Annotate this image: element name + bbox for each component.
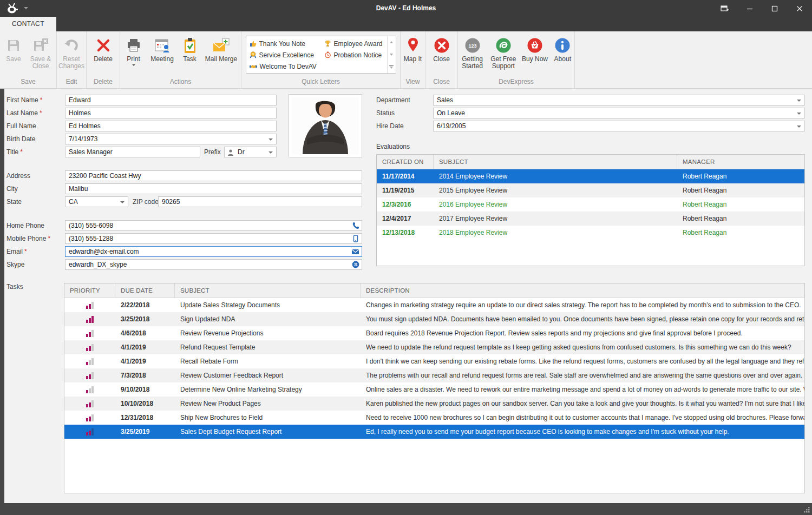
department-combo[interactable]: Sales: [433, 95, 805, 105]
task-row[interactable]: 10/10/2018Review New Product PagesKaren …: [64, 397, 804, 411]
quick-letter-welcome-to-devav[interactable]: Welcome To DevAV: [250, 61, 324, 72]
dropdown-arrow-icon[interactable]: [797, 100, 801, 102]
left-accent-strip: [0, 89, 4, 503]
home-phone-input[interactable]: [65, 220, 362, 231]
minimize-button[interactable]: [737, 0, 762, 17]
dropdown-arrow-icon[interactable]: [269, 138, 273, 141]
ribbon-group-close: Close Close: [425, 31, 458, 88]
gallery-dropdown-icon: [390, 67, 393, 69]
column-header-description[interactable]: DESCRIPTION: [361, 283, 804, 298]
hire-date-combo[interactable]: 6/19/2005: [433, 121, 805, 131]
status-combo[interactable]: On Leave: [433, 108, 805, 118]
gallery-scroll-down-button[interactable]: [388, 49, 396, 61]
tasks-title: Tasks: [6, 283, 23, 290]
print-icon: [126, 36, 142, 55]
address-input[interactable]: [65, 170, 362, 181]
app-logo-icon[interactable]: [5, 2, 19, 15]
gallery-scroll-up-button[interactable]: [388, 36, 396, 49]
get-free-support-button[interactable]: Get Free Support: [488, 35, 519, 70]
task-row[interactable]: 4/1/2019Recall Rebate FormI don't think …: [64, 354, 804, 368]
delete-button[interactable]: Delete: [88, 35, 119, 63]
close-window-button[interactable]: [787, 0, 812, 17]
birth-date-combo[interactable]: 7/14/1973: [65, 134, 277, 144]
email-icon[interactable]: [351, 248, 359, 255]
task-row[interactable]: 4/6/2018Review Revenue ProjectionsBoard …: [64, 326, 804, 340]
phone-icon[interactable]: [352, 222, 359, 229]
evaluation-row[interactable]: 12/4/20172017 Employee ReviewRobert Reag…: [377, 212, 804, 226]
dropdown-arrow-icon[interactable]: [269, 151, 273, 154]
getting-started-button[interactable]: 123 Getting Started: [458, 35, 487, 70]
city-label: City: [6, 183, 18, 194]
first-name-input[interactable]: [65, 95, 277, 105]
quick-letter-service-excellence[interactable]: Service Excellence: [250, 49, 324, 61]
resize-grip[interactable]: [803, 506, 810, 513]
ribbon-group-edit: Reset Changes Edit: [57, 31, 87, 88]
meeting-button[interactable]: Meeting: [147, 35, 178, 63]
title-input[interactable]: [65, 147, 200, 157]
city-input[interactable]: [65, 183, 362, 194]
maximize-button[interactable]: [762, 0, 787, 17]
gallery-dropdown-button[interactable]: [388, 61, 396, 73]
column-header-manager[interactable]: MANAGER: [677, 155, 804, 169]
quick-letter-probation-notice[interactable]: Probation Notice: [324, 49, 387, 61]
column-header-subject[interactable]: SUBJECT: [175, 283, 361, 298]
task-button[interactable]: Task: [179, 35, 201, 63]
prefix-combo[interactable]: Dr: [224, 147, 277, 157]
about-button[interactable]: About: [551, 35, 574, 63]
last-name-input[interactable]: [65, 108, 277, 118]
close-record-button[interactable]: Close: [428, 35, 455, 63]
evaluation-row[interactable]: 11/17/20142014 Employee ReviewRobert Rea…: [377, 169, 804, 183]
skype-icon[interactable]: S: [352, 261, 359, 268]
title-label: Title*: [6, 147, 23, 157]
email-field: [65, 246, 362, 257]
save-close-icon: [32, 36, 49, 55]
task-row[interactable]: 7/3/2018Review Customer Feedback ReportT…: [64, 368, 804, 382]
state-combo[interactable]: CA: [65, 196, 128, 207]
save-close-button[interactable]: Save & Close: [27, 35, 55, 70]
column-header-created-on[interactable]: CREATED ON: [377, 155, 434, 169]
print-button[interactable]: Print: [121, 35, 146, 66]
quick-letter-thank-you-note[interactable]: Thank You Note: [250, 38, 324, 49]
skype-input[interactable]: [65, 259, 362, 270]
mobile-phone-input[interactable]: [65, 233, 362, 244]
buy-now-button[interactable]: Buy Now: [520, 35, 549, 63]
priority-indicator: [86, 372, 94, 379]
close-icon: [796, 5, 803, 12]
evaluation-row[interactable]: 11/19/20152015 Employee ReviewRobert Rea…: [377, 183, 804, 197]
ribbon-options-button[interactable]: [712, 0, 737, 17]
task-row[interactable]: 12/31/2018Ship New Brochures to FieldNee…: [64, 411, 804, 425]
full-name-input[interactable]: [65, 121, 277, 131]
dropdown-arrow-icon[interactable]: [797, 113, 801, 115]
mobile-icon[interactable]: [352, 235, 359, 242]
app-menu-caret-icon[interactable]: [24, 7, 28, 9]
evaluation-row[interactable]: 12/3/20162016 Employee ReviewRobert Reag…: [377, 197, 804, 212]
column-header-priority[interactable]: PRIORITY: [64, 283, 115, 298]
dropdown-arrow-icon[interactable]: [797, 126, 801, 128]
mail-merge-button[interactable]: Mail Merge: [202, 35, 240, 63]
task-clipboard-icon: [182, 36, 198, 55]
task-row[interactable]: 9/10/2018Determine New Online Marketing …: [64, 382, 804, 397]
task-row[interactable]: 4/1/2019Refund Request TemplateWe need t…: [64, 340, 804, 354]
save-button[interactable]: Save: [2, 35, 25, 63]
scroll-up-icon: [390, 41, 393, 43]
task-row[interactable]: 2/22/2018Update Sales Strategy Documents…: [64, 298, 804, 312]
portrait-image: [292, 97, 359, 154]
zip-input[interactable]: [158, 196, 362, 207]
email-input[interactable]: [65, 246, 362, 257]
contact-photo[interactable]: [289, 94, 362, 157]
column-header-subject[interactable]: SUBJECT: [434, 155, 677, 169]
column-header-due-date[interactable]: DUE DATE: [115, 283, 175, 298]
task-row[interactable]: 3/25/2018Sign Updated NDAYou must sign u…: [64, 312, 804, 326]
buy-now-basket-icon: [527, 36, 543, 55]
tab-contact[interactable]: CONTACT: [0, 17, 56, 31]
map-it-button[interactable]: Map It: [401, 35, 425, 63]
evaluation-row[interactable]: 12/13/20182018 Employee ReviewRobert Rea…: [377, 226, 804, 240]
department-label: Department: [376, 95, 410, 105]
dropdown-arrow-icon[interactable]: [120, 201, 125, 203]
reset-changes-button[interactable]: Reset Changes: [57, 35, 86, 70]
quick-letter-employee-award[interactable]: Employee Award: [324, 38, 387, 49]
group-label-close: Close: [425, 78, 457, 88]
print-dropdown-caret-icon[interactable]: [132, 64, 135, 66]
ribbon-group-save: Save Save & Close Save: [0, 31, 57, 88]
task-row[interactable]: 3/25/2019Sales Dept Budget Request Repor…: [64, 425, 804, 439]
